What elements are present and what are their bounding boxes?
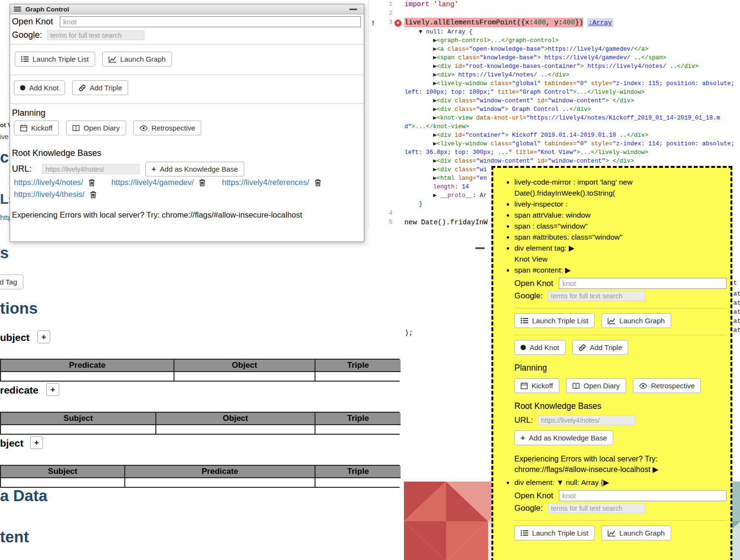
trash-icon[interactable] <box>199 179 206 187</box>
add-tag-button[interactable]: Add Tag <box>0 275 23 289</box>
inspector-tree-line[interactable]: ▶<div class="window"> Graph Control ..</… <box>404 105 738 114</box>
retrospective-button[interactable]: Retrospective <box>633 378 701 393</box>
open-diary-button[interactable]: Open Diary <box>566 378 626 393</box>
inspector-tree-line[interactable]: ▶<lively-window class="global" tabindex=… <box>404 79 738 97</box>
button-label: Add Knot <box>530 343 559 351</box>
graph-control-window[interactable]: Graph Control Open Knot Google: Launch T… <box>10 4 364 242</box>
expand-arrow-icon[interactable]: ▼ <box>419 29 426 35</box>
knowledge-base-link[interactable]: https://lively4/thesis/ <box>14 190 85 199</box>
inspector-tree-line[interactable]: ▶<lively-window class="global" tabindex=… <box>404 140 738 157</box>
inspector-tree-line[interactable]: ▶<div> https://lively4/notes/ ..</div> <box>404 71 738 79</box>
list-item[interactable]: span #content: ▶ Open Knot Google: Launc… <box>514 264 727 475</box>
inspector-tree-line[interactable]: ▶<span class="knowledge-base"> https://l… <box>404 54 738 62</box>
trash-icon[interactable] <box>88 179 95 187</box>
inspector-token: "0" <box>577 141 588 147</box>
minimize-icon[interactable] <box>349 9 357 10</box>
type-annotation-chip[interactable]: :Array <box>587 18 613 27</box>
divider <box>10 103 364 104</box>
inspector-tree-line[interactable]: ▶<knot-view data-knot-url="https://livel… <box>404 114 738 131</box>
inspector-tree-line[interactable]: ▶<div id="root-knowledge-bases-container… <box>404 62 738 71</box>
list-item[interactable]: lively-inspector : <box>514 198 727 209</box>
code-token: , y: <box>546 19 563 26</box>
knowledge-base-link[interactable]: https://lively4/gamedev/ <box>111 178 194 187</box>
list-item[interactable]: span #attributes: class="window" <box>514 231 727 242</box>
google-search-input[interactable] <box>548 291 645 301</box>
add-object-button[interactable]: + <box>30 436 43 449</box>
expand-arrow-icon[interactable]: ▶ <box>433 141 437 147</box>
expand-arrow-icon[interactable]: ▶ <box>433 46 437 53</box>
add-knot-button[interactable]: Add Knot <box>14 80 65 95</box>
google-search-input[interactable] <box>548 503 645 513</box>
expand-arrow-icon[interactable]: ▶ <box>433 115 437 121</box>
hamburger-menu-icon[interactable] <box>14 6 21 12</box>
open-knot-input[interactable] <box>559 490 727 501</box>
expand-arrow-icon[interactable]: ▶ <box>433 132 437 139</box>
inspector-tree-line[interactable]: ▶<div id="container"> Kickoff 2019.01.14… <box>404 131 738 140</box>
launch-graph-button[interactable]: Launch Graph <box>601 526 671 540</box>
trash-icon[interactable] <box>315 179 321 187</box>
knowledge-base-link[interactable]: https://lively4/notes/ <box>14 178 83 187</box>
inspector-token: <lively-window <box>437 80 491 87</box>
window-titlebar[interactable]: Graph Control <box>10 4 364 14</box>
list-item[interactable]: lively-code-mirror : import 'lang' new D… <box>514 176 727 198</box>
add-predicate-button[interactable]: + <box>46 383 59 396</box>
expand-arrow-icon[interactable]: ▶ <box>433 80 437 87</box>
knowledge-base-url-input[interactable] <box>538 415 635 425</box>
inspector-token: "root-knowledge-bases-container" <box>466 63 580 70</box>
clipped-text-fragment: at <box>733 327 740 334</box>
open-knot-input[interactable] <box>60 16 361 27</box>
launch-triple-list-button[interactable]: Launch Triple List <box>15 52 95 66</box>
knowledge-base-link[interactable]: https://lively4/references/ <box>222 178 309 187</box>
kickoff-button[interactable]: Kickoff <box>514 378 559 393</box>
list-item[interactable]: div element tag: ▶ Knot View <box>514 242 727 264</box>
expand-arrow-icon[interactable]: ▶ <box>433 37 437 44</box>
list-item[interactable]: span : class="window" <box>514 220 727 231</box>
add-triple-button[interactable]: Add Triple <box>572 340 629 355</box>
list-item[interactable]: div element: ▼ null: Array {▶ Open Knot … <box>514 477 727 540</box>
inspector-tree-line[interactable]: ▼ null: Array { <box>404 28 738 36</box>
google-label: Google: <box>12 30 42 40</box>
open-knot-input[interactable] <box>559 278 727 289</box>
inspector-tree-line[interactable]: ▶<graph-control>...</graph-control> <box>404 36 738 45</box>
inspector-tree-line[interactable]: ▶<a class="open-knowledge-base">https://… <box>404 45 738 54</box>
inspector-tree-line[interactable]: ▶<div class="window-content" id="window-… <box>404 157 738 165</box>
expand-arrow-icon[interactable]: ▶ <box>433 166 437 173</box>
expand-arrow-icon[interactable]: ▶ <box>433 106 437 113</box>
trash-icon[interactable] <box>90 191 97 198</box>
inspector-token: "window" <box>476 106 505 113</box>
launch-graph-button[interactable]: Launch Graph <box>601 313 671 328</box>
launch-triple-list-button[interactable]: Launch Triple List <box>514 313 595 328</box>
expand-arrow-icon[interactable]: ▶ <box>653 465 658 473</box>
column-header: Object <box>156 413 316 424</box>
inspector-tree-line[interactable]: ▶<div class="window-content" id="window-… <box>404 97 738 105</box>
inspector-token: "global" <box>512 141 541 147</box>
add-subject-button[interactable]: + <box>37 330 50 343</box>
expand-arrow-icon[interactable]: ▶ <box>433 158 437 165</box>
expand-arrow-icon[interactable]: ▶ <box>433 192 440 199</box>
inspector-token: "Knot View" <box>537 149 577 156</box>
launch-graph-button[interactable]: Launch Graph <box>102 52 172 66</box>
code-token: lively.allElementsFromPoint({x: <box>404 19 533 26</box>
kickoff-button[interactable]: Kickoff <box>14 121 59 135</box>
expand-arrow-icon[interactable]: ▶ <box>433 63 437 70</box>
add-triple-button[interactable]: Add Triple <box>72 80 129 95</box>
expand-arrow-icon[interactable]: ▶ <box>433 55 437 61</box>
list-item[interactable]: span attrValue: window <box>514 209 727 220</box>
launch-triple-list-button[interactable]: Launch Triple List <box>514 526 595 540</box>
button-label: Add Triple <box>90 84 122 92</box>
expand-arrow-icon[interactable]: ▶ <box>433 72 437 78</box>
button-label: Open Diary <box>84 124 120 132</box>
retrospective-button[interactable]: Retrospective <box>133 121 202 135</box>
add-knot-button[interactable]: Add Knot <box>514 340 566 355</box>
expand-arrow-icon[interactable]: ▶ <box>433 98 437 104</box>
open-diary-button[interactable]: Open Diary <box>66 121 126 135</box>
knowledge-base-url-input[interactable] <box>42 164 140 174</box>
expand-arrow-icon[interactable]: ▶ <box>433 175 437 182</box>
add-knowledge-base-button[interactable]: + Add as Knowledge Base <box>514 430 613 445</box>
add-knowledge-base-button[interactable]: + Add as Knowledge Base <box>145 162 244 176</box>
inspector-token: https://lively4/gamedev/ .. <box>544 55 642 61</box>
inspector-token: __proto__ <box>440 192 473 199</box>
google-search-input[interactable] <box>47 30 144 40</box>
inspector-token: > <box>505 106 512 113</box>
minimize-icon[interactable] <box>475 247 485 249</box>
